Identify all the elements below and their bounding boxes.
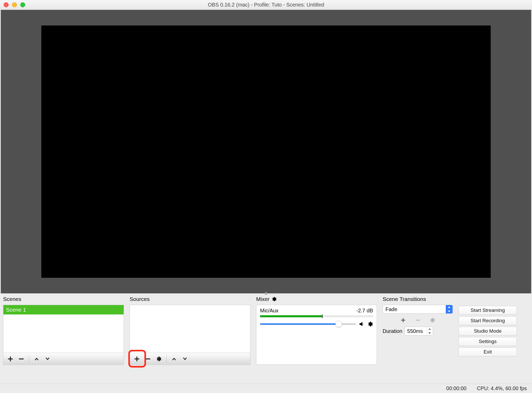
mixer-label-text: Mixer [256,296,269,302]
start-streaming-button[interactable]: Start Streaming [458,306,517,315]
select-stepper[interactable] [446,305,453,313]
gear-icon [429,317,435,323]
volume-slider-thumb[interactable] [335,321,342,327]
mixer-channel-level: -2.7 dB [356,308,373,314]
vu-meter [260,315,373,317]
svg-rect-7 [401,320,405,320]
transition-add-button[interactable] [400,317,407,324]
preview-area [1,10,531,293]
svg-rect-5 [145,358,150,359]
source-add-button[interactable] [132,354,142,364]
status-time: 00:00:00 [446,385,467,391]
plus-icon [134,356,140,362]
svg-rect-2 [19,358,24,359]
controls-panel: Start Streaming Start Recording Studio M… [458,306,517,384]
volume-slider[interactable] [260,323,356,325]
duration-stepper[interactable] [427,327,433,335]
sources-list[interactable] [130,305,250,353]
chevron-up-icon [171,356,177,362]
channel-settings-button[interactable] [367,321,373,327]
svg-rect-4 [135,358,139,359]
zoom-window-button[interactable] [20,2,25,7]
window-title: OBS 0.16.2 (mac) - Profile: Tuto - Scene… [0,2,532,8]
transition-remove-button[interactable] [414,317,421,324]
source-move-up-button[interactable] [169,354,179,364]
minimize-window-button[interactable] [12,2,17,7]
scenes-list[interactable]: Scene 1 [3,305,124,353]
settings-button[interactable]: Settings [458,337,517,346]
mixer-panel: Mixer Mic/Aux -2.7 dB [256,296,377,384]
minus-icon [18,356,24,362]
status-cpu: CPU: 4.4%, 60.00 fps [477,385,527,391]
transition-select[interactable]: Fade [383,305,453,314]
start-recording-button[interactable]: Start Recording [458,316,517,325]
plus-icon [401,318,406,323]
chevron-down-icon [45,356,50,362]
chevron-up-icon [448,306,450,308]
status-bar: 00:00:00 CPU: 4.4%, 60.00 fps [0,384,532,393]
gear-icon [271,297,277,302]
speaker-icon [358,321,365,327]
minus-icon [145,356,151,362]
titlebar: OBS 0.16.2 (mac) - Profile: Tuto - Scene… [0,0,532,10]
source-properties-button[interactable] [154,354,164,364]
scenes-label: Scenes [3,296,124,302]
scene-add-button[interactable] [5,354,15,364]
transition-selected: Fade [383,306,446,312]
transitions-panel: Scene Transitions Fade [383,296,453,384]
mute-button[interactable] [358,321,365,327]
duration-label: Duration [383,328,402,334]
close-window-button[interactable] [4,2,9,7]
scene-item[interactable]: Scene 1 [3,305,124,314]
preview-canvas[interactable] [41,25,491,278]
scene-move-down-button[interactable] [43,354,52,364]
mixer-body: Mic/Aux -2.7 dB [256,305,377,365]
panel-resize-handle[interactable] [265,292,267,295]
sources-label: Sources [130,296,250,302]
chevron-up-icon [34,356,39,362]
chevron-down-icon [428,332,431,334]
svg-rect-1 [8,358,13,359]
transitions-label: Scene Transitions [383,296,453,302]
duration-input[interactable]: 550ms [404,327,433,336]
toolbar-divider [29,355,29,363]
mixer-channel-name: Mic/Aux [260,308,278,314]
scenes-panel: Scenes Scene 1 [3,296,124,384]
chevron-up-icon [428,328,431,330]
gear-icon [156,356,162,362]
source-remove-button[interactable] [143,354,153,364]
scene-remove-button[interactable] [16,354,26,364]
chevron-down-icon [448,311,450,312]
scene-move-up-button[interactable] [32,354,42,364]
gear-icon [367,321,373,327]
window-controls [4,2,25,7]
mixer-settings-button[interactable] [271,297,277,302]
studio-mode-button[interactable]: Studio Mode [458,327,517,336]
sources-toolbar [130,353,250,365]
toolbar-divider [166,355,167,363]
exit-button[interactable]: Exit [458,347,517,356]
minus-icon [415,318,420,323]
source-move-down-button[interactable] [180,354,190,364]
svg-rect-8 [416,320,420,320]
transition-properties-button[interactable] [429,317,436,324]
mixer-label: Mixer [256,296,377,302]
chevron-down-icon [182,356,188,362]
plus-icon [8,356,13,362]
scenes-toolbar [3,353,124,365]
sources-panel: Sources [130,296,250,384]
duration-value: 550ms [405,328,427,334]
